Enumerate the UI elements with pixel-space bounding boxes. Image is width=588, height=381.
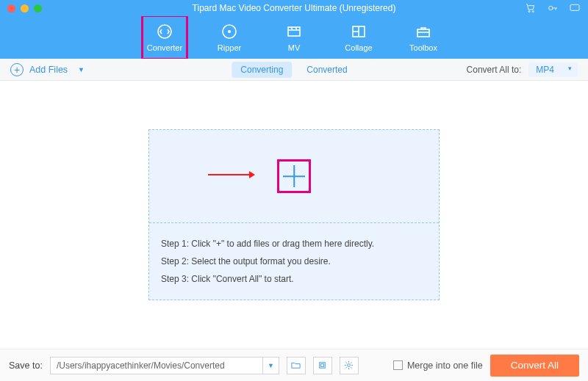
tab-ripper[interactable]: Ripper — [207, 16, 251, 59]
svg-marker-11 — [249, 171, 255, 178]
save-path-dropdown[interactable]: ▼ — [263, 357, 279, 374]
folder-icon — [290, 360, 301, 371]
svg-point-1 — [532, 11, 534, 12]
settings-button[interactable] — [340, 357, 359, 374]
close-icon[interactable] — [7, 4, 15, 12]
output-format-value: MP4 — [536, 65, 554, 75]
output-format-select[interactable]: MP4 — [528, 62, 578, 77]
save-to-label: Save to: — [9, 360, 43, 371]
save-path-value: /Users/ihappyacethinker/Movies/Converted — [57, 360, 225, 371]
convert-all-label: Convert All — [511, 360, 559, 371]
tab-converting[interactable]: Converting — [232, 62, 292, 78]
svg-rect-13 — [321, 364, 324, 367]
gpu-accel-button[interactable] — [313, 357, 332, 374]
instructions: Step 1: Click "+" to add files or drag t… — [149, 223, 439, 300]
svg-point-14 — [348, 364, 351, 367]
nav-label: Ripper — [218, 43, 241, 52]
tab-toolbox[interactable]: Toolbox — [401, 16, 445, 59]
nav-label: Converter — [147, 43, 182, 52]
main-area: Step 1: Click "+" to add files or drag t… — [0, 81, 588, 349]
svg-point-2 — [549, 6, 553, 10]
window-title: Tipard Mac Video Converter Ultimate (Unr… — [193, 3, 396, 13]
merge-checkbox[interactable]: Merge into one file — [393, 360, 483, 371]
svg-rect-7 — [288, 27, 300, 36]
toolbar: Add Files ▼ Converting Converted Convert… — [0, 59, 588, 81]
nav-label: Collage — [345, 43, 372, 52]
step-text: Step 3: Click "Convert All" to start. — [161, 270, 427, 288]
drop-zone-top — [149, 130, 439, 222]
svg-rect-9 — [417, 29, 429, 37]
toolbox-icon — [415, 23, 432, 40]
titlebar: Tipard Mac Video Converter Ultimate (Unr… — [0, 0, 588, 16]
minimize-icon[interactable] — [21, 4, 29, 12]
tab-converter[interactable]: Converter — [143, 16, 187, 59]
arrow-right-icon — [208, 169, 255, 184]
plus-circle-icon — [10, 63, 24, 76]
key-icon[interactable] — [547, 2, 559, 14]
chevron-down-icon: ▼ — [78, 66, 85, 73]
mv-icon — [285, 23, 303, 40]
bottom-bar: Save to: /Users/ihappyacethinker/Movies/… — [0, 349, 588, 381]
converter-icon — [156, 23, 173, 40]
checkbox-icon — [393, 360, 403, 370]
add-files-label: Add Files — [29, 65, 68, 75]
tab-collage[interactable]: Collage — [337, 16, 381, 59]
status-tabs: Converting Converted — [232, 62, 356, 78]
drop-zone[interactable]: Step 1: Click "+" to add files or drag t… — [148, 129, 440, 300]
open-folder-button[interactable] — [287, 357, 306, 374]
svg-point-6 — [228, 30, 231, 33]
maximize-icon[interactable] — [34, 4, 42, 12]
tab-converted[interactable]: Converted — [298, 62, 356, 78]
add-files-button[interactable]: Add Files ▼ — [10, 63, 85, 76]
step-text: Step 2: Select the output format you des… — [161, 253, 427, 270]
nav-label: MV — [288, 43, 301, 52]
main-nav: Converter Ripper MV Collage Toolbox — [0, 16, 588, 59]
gear-icon — [343, 360, 354, 371]
convert-all-to: Convert All to: MP4 — [467, 62, 578, 77]
step-text: Step 1: Click "+" to add files or drag t… — [161, 235, 427, 253]
save-path-input[interactable]: /Users/ihappyacethinker/Movies/Converted — [50, 357, 263, 374]
tab-mv[interactable]: MV — [272, 16, 316, 59]
window-controls — [7, 4, 42, 12]
ripper-icon — [220, 23, 238, 40]
svg-point-0 — [528, 11, 530, 12]
convert-all-to-label: Convert All to: — [467, 65, 522, 75]
merge-label: Merge into one file — [407, 360, 483, 371]
plus-icon — [283, 165, 305, 187]
nav-label: Toolbox — [409, 43, 437, 52]
svg-rect-12 — [320, 363, 326, 369]
feedback-icon[interactable] — [569, 2, 581, 14]
collage-icon — [350, 23, 368, 40]
cart-icon[interactable] — [525, 2, 537, 14]
title-actions — [525, 2, 581, 14]
add-files-plus-button[interactable] — [277, 159, 311, 193]
convert-all-button[interactable]: Convert All — [490, 355, 579, 377]
chip-icon — [317, 360, 328, 371]
